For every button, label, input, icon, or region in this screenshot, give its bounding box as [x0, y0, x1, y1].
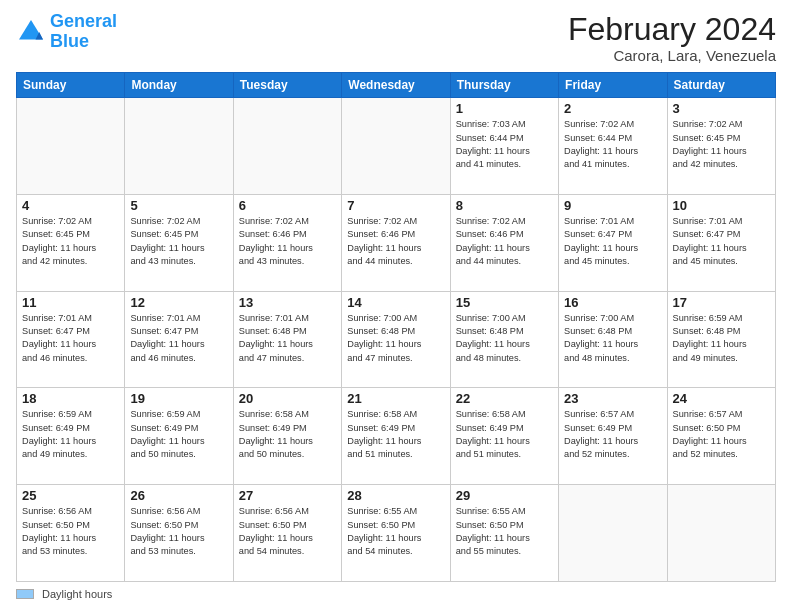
calendar-cell: 25Sunrise: 6:56 AM Sunset: 6:50 PM Dayli…: [17, 485, 125, 582]
calendar-cell: 29Sunrise: 6:55 AM Sunset: 6:50 PM Dayli…: [450, 485, 558, 582]
day-info: Sunrise: 7:01 AM Sunset: 6:47 PM Dayligh…: [130, 312, 227, 365]
day-header-tuesday: Tuesday: [233, 73, 341, 98]
day-number: 28: [347, 488, 444, 503]
calendar-cell: 9Sunrise: 7:01 AM Sunset: 6:47 PM Daylig…: [559, 194, 667, 291]
week-row-4: 25Sunrise: 6:56 AM Sunset: 6:50 PM Dayli…: [17, 485, 776, 582]
day-info: Sunrise: 7:02 AM Sunset: 6:44 PM Dayligh…: [564, 118, 661, 171]
daylight-label: Daylight hours: [42, 588, 112, 600]
day-info: Sunrise: 6:56 AM Sunset: 6:50 PM Dayligh…: [22, 505, 119, 558]
calendar-cell: 18Sunrise: 6:59 AM Sunset: 6:49 PM Dayli…: [17, 388, 125, 485]
day-number: 27: [239, 488, 336, 503]
day-number: 7: [347, 198, 444, 213]
calendar-cell: 10Sunrise: 7:01 AM Sunset: 6:47 PM Dayli…: [667, 194, 775, 291]
logo: General Blue: [16, 12, 117, 52]
day-number: 17: [673, 295, 770, 310]
day-info: Sunrise: 7:02 AM Sunset: 6:46 PM Dayligh…: [239, 215, 336, 268]
calendar-cell: 17Sunrise: 6:59 AM Sunset: 6:48 PM Dayli…: [667, 291, 775, 388]
header: General Blue February 2024 Carora, Lara,…: [16, 12, 776, 64]
day-number: 3: [673, 101, 770, 116]
day-header-saturday: Saturday: [667, 73, 775, 98]
footer: Daylight hours: [16, 588, 776, 600]
day-info: Sunrise: 6:58 AM Sunset: 6:49 PM Dayligh…: [239, 408, 336, 461]
month-year: February 2024: [568, 12, 776, 47]
calendar-cell: 4Sunrise: 7:02 AM Sunset: 6:45 PM Daylig…: [17, 194, 125, 291]
day-header-row: SundayMondayTuesdayWednesdayThursdayFrid…: [17, 73, 776, 98]
week-row-1: 4Sunrise: 7:02 AM Sunset: 6:45 PM Daylig…: [17, 194, 776, 291]
day-number: 9: [564, 198, 661, 213]
calendar-cell: 1Sunrise: 7:03 AM Sunset: 6:44 PM Daylig…: [450, 98, 558, 195]
calendar-cell: 28Sunrise: 6:55 AM Sunset: 6:50 PM Dayli…: [342, 485, 450, 582]
day-number: 20: [239, 391, 336, 406]
week-row-3: 18Sunrise: 6:59 AM Sunset: 6:49 PM Dayli…: [17, 388, 776, 485]
calendar-cell: 8Sunrise: 7:02 AM Sunset: 6:46 PM Daylig…: [450, 194, 558, 291]
calendar-cell: 19Sunrise: 6:59 AM Sunset: 6:49 PM Dayli…: [125, 388, 233, 485]
day-number: 15: [456, 295, 553, 310]
calendar-cell: 27Sunrise: 6:56 AM Sunset: 6:50 PM Dayli…: [233, 485, 341, 582]
calendar-cell: 7Sunrise: 7:02 AM Sunset: 6:46 PM Daylig…: [342, 194, 450, 291]
calendar-cell: 16Sunrise: 7:00 AM Sunset: 6:48 PM Dayli…: [559, 291, 667, 388]
day-info: Sunrise: 6:57 AM Sunset: 6:49 PM Dayligh…: [564, 408, 661, 461]
day-info: Sunrise: 6:55 AM Sunset: 6:50 PM Dayligh…: [347, 505, 444, 558]
calendar-cell: 24Sunrise: 6:57 AM Sunset: 6:50 PM Dayli…: [667, 388, 775, 485]
calendar-cell: 26Sunrise: 6:56 AM Sunset: 6:50 PM Dayli…: [125, 485, 233, 582]
day-info: Sunrise: 7:01 AM Sunset: 6:47 PM Dayligh…: [22, 312, 119, 365]
day-info: Sunrise: 7:02 AM Sunset: 6:45 PM Dayligh…: [22, 215, 119, 268]
day-number: 25: [22, 488, 119, 503]
day-info: Sunrise: 7:01 AM Sunset: 6:48 PM Dayligh…: [239, 312, 336, 365]
daylight-swatch: [16, 589, 34, 599]
day-header-monday: Monday: [125, 73, 233, 98]
day-info: Sunrise: 6:56 AM Sunset: 6:50 PM Dayligh…: [239, 505, 336, 558]
calendar-cell: 22Sunrise: 6:58 AM Sunset: 6:49 PM Dayli…: [450, 388, 558, 485]
calendar-cell: 12Sunrise: 7:01 AM Sunset: 6:47 PM Dayli…: [125, 291, 233, 388]
calendar-cell: [233, 98, 341, 195]
day-info: Sunrise: 7:02 AM Sunset: 6:45 PM Dayligh…: [673, 118, 770, 171]
calendar-cell: 3Sunrise: 7:02 AM Sunset: 6:45 PM Daylig…: [667, 98, 775, 195]
day-info: Sunrise: 6:57 AM Sunset: 6:50 PM Dayligh…: [673, 408, 770, 461]
logo-icon: [16, 17, 46, 47]
day-number: 13: [239, 295, 336, 310]
day-info: Sunrise: 7:01 AM Sunset: 6:47 PM Dayligh…: [673, 215, 770, 268]
day-number: 8: [456, 198, 553, 213]
day-number: 14: [347, 295, 444, 310]
day-info: Sunrise: 7:02 AM Sunset: 6:45 PM Dayligh…: [130, 215, 227, 268]
day-number: 19: [130, 391, 227, 406]
day-info: Sunrise: 6:59 AM Sunset: 6:48 PM Dayligh…: [673, 312, 770, 365]
day-info: Sunrise: 6:55 AM Sunset: 6:50 PM Dayligh…: [456, 505, 553, 558]
calendar-cell: [125, 98, 233, 195]
day-info: Sunrise: 7:02 AM Sunset: 6:46 PM Dayligh…: [347, 215, 444, 268]
day-info: Sunrise: 6:59 AM Sunset: 6:49 PM Dayligh…: [22, 408, 119, 461]
day-number: 5: [130, 198, 227, 213]
day-number: 10: [673, 198, 770, 213]
day-number: 6: [239, 198, 336, 213]
title-block: February 2024 Carora, Lara, Venezuela: [568, 12, 776, 64]
day-header-sunday: Sunday: [17, 73, 125, 98]
logo-line1: General: [50, 11, 117, 31]
day-info: Sunrise: 7:03 AM Sunset: 6:44 PM Dayligh…: [456, 118, 553, 171]
calendar-cell: [342, 98, 450, 195]
logo-text: General Blue: [50, 12, 117, 52]
calendar-cell: 15Sunrise: 7:00 AM Sunset: 6:48 PM Dayli…: [450, 291, 558, 388]
calendar-cell: [559, 485, 667, 582]
day-header-wednesday: Wednesday: [342, 73, 450, 98]
day-info: Sunrise: 6:58 AM Sunset: 6:49 PM Dayligh…: [456, 408, 553, 461]
day-number: 11: [22, 295, 119, 310]
day-info: Sunrise: 6:58 AM Sunset: 6:49 PM Dayligh…: [347, 408, 444, 461]
day-number: 18: [22, 391, 119, 406]
calendar-cell: 2Sunrise: 7:02 AM Sunset: 6:44 PM Daylig…: [559, 98, 667, 195]
calendar-table: SundayMondayTuesdayWednesdayThursdayFrid…: [16, 72, 776, 582]
calendar-cell: 14Sunrise: 7:00 AM Sunset: 6:48 PM Dayli…: [342, 291, 450, 388]
day-info: Sunrise: 7:00 AM Sunset: 6:48 PM Dayligh…: [347, 312, 444, 365]
day-info: Sunrise: 6:56 AM Sunset: 6:50 PM Dayligh…: [130, 505, 227, 558]
day-number: 12: [130, 295, 227, 310]
day-info: Sunrise: 7:00 AM Sunset: 6:48 PM Dayligh…: [456, 312, 553, 365]
day-number: 26: [130, 488, 227, 503]
day-number: 29: [456, 488, 553, 503]
calendar-cell: 13Sunrise: 7:01 AM Sunset: 6:48 PM Dayli…: [233, 291, 341, 388]
day-info: Sunrise: 7:01 AM Sunset: 6:47 PM Dayligh…: [564, 215, 661, 268]
day-number: 22: [456, 391, 553, 406]
day-number: 23: [564, 391, 661, 406]
day-number: 2: [564, 101, 661, 116]
calendar-cell: 5Sunrise: 7:02 AM Sunset: 6:45 PM Daylig…: [125, 194, 233, 291]
location: Carora, Lara, Venezuela: [568, 47, 776, 64]
day-info: Sunrise: 7:00 AM Sunset: 6:48 PM Dayligh…: [564, 312, 661, 365]
